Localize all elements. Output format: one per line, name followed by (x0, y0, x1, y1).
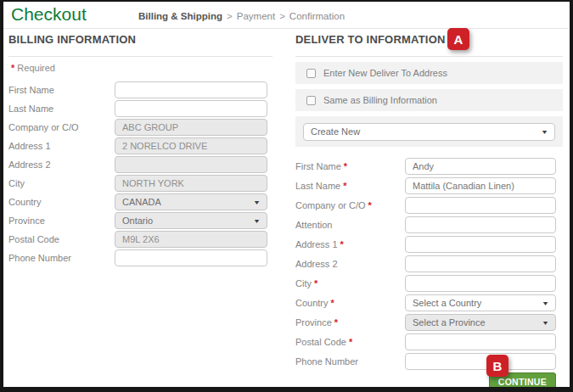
header-divider (3, 28, 568, 29)
chevron-down-icon: ▼ (253, 199, 261, 205)
form-row: Last Name (8, 100, 272, 117)
billing-postal-code-input (115, 231, 267, 248)
deliver-attention-input[interactable] (405, 216, 556, 233)
billing-address1-input (115, 137, 267, 154)
enter-new-address-row[interactable]: Enter New Deliver To Address (295, 62, 563, 84)
deliver-address-book-select[interactable]: Create New ▼ (303, 123, 555, 141)
field-label: City (8, 178, 115, 188)
form-row: First Name (8, 81, 272, 98)
deliver-last-name-input[interactable] (405, 177, 556, 194)
form-row: Company or C/O* (295, 197, 563, 214)
field-label: Address 2 (8, 160, 115, 170)
chevron-down-icon: ▼ (542, 300, 549, 306)
checkbox-label: Enter New Deliver To Address (323, 68, 447, 78)
deliver-company-input[interactable] (405, 197, 556, 214)
field-label: Last Name* (295, 181, 405, 191)
enter-new-deliver-checkbox[interactable] (306, 69, 316, 78)
form-row: Address 1 (8, 137, 272, 154)
billing-country-select[interactable]: CANADA ▼ (115, 193, 267, 210)
form-row: Province* Select a Province ▼ (295, 314, 563, 331)
chevron-down-icon: ▼ (541, 129, 548, 135)
field-label: Company or C/O* (295, 200, 405, 210)
form-row: Phone Number (8, 249, 272, 266)
form-row: Last Name* (295, 177, 563, 194)
form-row: Postal Code (8, 231, 272, 248)
field-label: Province (8, 216, 115, 226)
form-row: Phone Number (295, 353, 563, 370)
form-row: Address 1* (295, 236, 563, 253)
breadcrumb-step-billing-shipping: Billing & Shipping (138, 11, 222, 21)
billing-first-name-input[interactable] (115, 81, 267, 98)
deliver-phone-input[interactable] (405, 353, 556, 370)
billing-company-input (115, 119, 267, 136)
form-row: Country CANADA ▼ (8, 193, 272, 210)
page-title: Checkout (11, 4, 87, 25)
breadcrumb-step-payment: Payment (237, 11, 275, 21)
billing-phone-input[interactable] (115, 249, 267, 266)
form-row: Country* Select a Country ▼ (295, 294, 563, 311)
deliver-section: DELIVER TO INFORMATION A Enter New Deliv… (295, 31, 563, 390)
callout-badge-a: A (447, 28, 469, 50)
billing-heading: BILLING INFORMATION (8, 31, 272, 57)
same-as-billing-checkbox[interactable] (306, 96, 316, 105)
field-label: Company or C/O (8, 122, 115, 132)
deliver-heading: DELIVER TO INFORMATION A (295, 31, 563, 57)
field-label: Phone Number (295, 356, 405, 367)
field-label: Attention (295, 220, 405, 230)
field-label: Address 2 (295, 259, 405, 269)
billing-last-name-input[interactable] (115, 100, 267, 117)
form-row: Address 2 (8, 156, 272, 173)
form-row: Attention (295, 216, 563, 233)
field-label: Address 1* (295, 239, 405, 249)
field-label: Country (8, 197, 115, 207)
field-label: Last Name (8, 104, 115, 114)
chevron-down-icon: ▼ (542, 320, 549, 326)
billing-province-select[interactable]: Ontario ▼ (115, 212, 267, 229)
billing-address2-input (115, 156, 267, 173)
field-label: Province* (295, 317, 405, 328)
required-note: * Required (8, 63, 272, 73)
checkbox-label: Same as Billing Information (323, 95, 437, 105)
deliver-city-input[interactable] (405, 275, 556, 292)
form-row: Company or C/O (8, 119, 272, 136)
field-label: Postal Code* (295, 337, 405, 347)
deliver-province-select[interactable]: Select a Province ▼ (405, 314, 556, 331)
billing-city-input (115, 175, 267, 192)
field-label: First Name* (295, 161, 405, 171)
actions-row: CONTINUE (295, 372, 563, 390)
field-label: Address 1 (8, 141, 115, 151)
chevron-down-icon: ▼ (253, 218, 261, 224)
field-label: Phone Number (8, 253, 115, 263)
form-row: City (8, 175, 272, 192)
breadcrumb-separator: > (279, 11, 285, 21)
breadcrumb-step-confirmation: Confirmation (289, 11, 345, 21)
same-as-billing-row[interactable]: Same as Billing Information (295, 89, 563, 111)
deliver-postal-code-input[interactable] (405, 333, 556, 350)
deliver-first-name-input[interactable] (405, 158, 556, 175)
breadcrumb-separator: > (227, 11, 233, 21)
form-row: Postal Code* (295, 333, 563, 350)
deliver-address2-input[interactable] (405, 255, 556, 272)
form-row: First Name* (295, 158, 563, 175)
form-row: City* (295, 275, 563, 292)
form-row: Address 2 (295, 255, 563, 272)
breadcrumb: Billing & Shipping>Payment>Confirmation (138, 11, 345, 21)
checkout-page: Checkout Billing & Shipping>Payment>Conf… (0, 0, 573, 392)
field-label: City* (295, 278, 405, 288)
required-asterisk: * (11, 63, 14, 73)
deliver-country-select[interactable]: Select a Country ▼ (405, 294, 556, 311)
deliver-address1-input[interactable] (405, 236, 556, 253)
field-label: Country* (295, 298, 405, 308)
form-row: Province Ontario ▼ (8, 212, 272, 229)
address-book-panel: Create New ▼ (295, 116, 563, 147)
callout-badge-b: B (486, 355, 508, 377)
billing-section: BILLING INFORMATION * Required First Nam… (8, 31, 272, 268)
field-label: Postal Code (8, 234, 115, 244)
field-label: First Name (8, 85, 115, 95)
